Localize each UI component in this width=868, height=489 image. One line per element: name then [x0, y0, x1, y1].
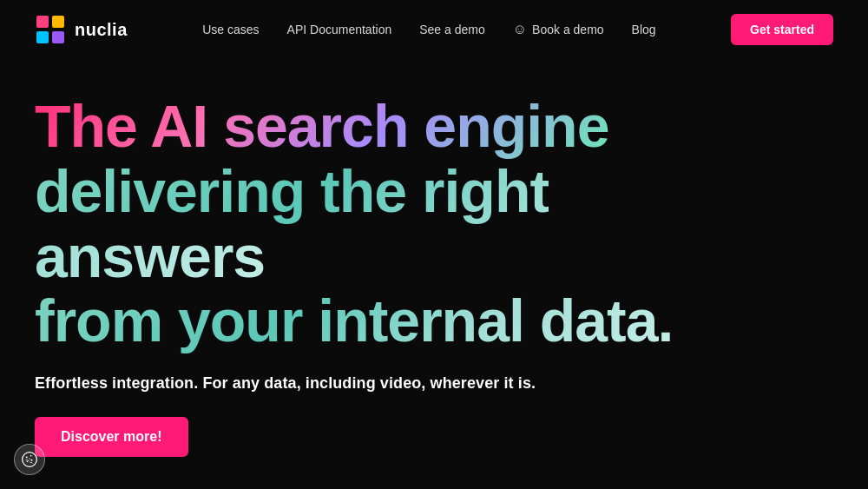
svg-rect-1: [52, 16, 64, 28]
logo-icon: [35, 14, 66, 45]
hero-heading-line1: The AI search engine: [35, 93, 608, 159]
header: nuclia Use cases API Documentation See a…: [0, 0, 868, 59]
smiley-icon: ☺: [513, 22, 527, 37]
logo-text: nuclia: [75, 20, 128, 40]
get-started-button[interactable]: Get started: [731, 14, 833, 45]
svg-point-6: [30, 455, 32, 457]
hero-heading-line3: from your internal data.: [35, 287, 673, 354]
nav-see-demo[interactable]: See a demo: [419, 23, 485, 36]
cookie-icon: [21, 451, 38, 468]
svg-point-5: [26, 457, 28, 459]
svg-rect-3: [52, 31, 64, 43]
hero-heading: The AI search engine delivering the righ…: [35, 94, 746, 354]
logo[interactable]: nuclia: [35, 14, 128, 45]
hero-subtitle: Effortless integration. For any data, in…: [35, 374, 746, 393]
svg-rect-0: [36, 16, 49, 28]
book-demo-label: Book a demo: [532, 23, 604, 36]
discover-more-button[interactable]: Discover more!: [35, 417, 188, 457]
nav-blog[interactable]: Blog: [632, 23, 656, 36]
hero-section: The AI search engine delivering the righ…: [0, 59, 781, 457]
svg-rect-2: [36, 31, 49, 43]
nav-api-docs[interactable]: API Documentation: [287, 23, 392, 36]
svg-point-8: [27, 461, 29, 463]
cookie-settings-button[interactable]: [14, 444, 45, 475]
svg-point-7: [31, 459, 33, 461]
svg-point-4: [23, 453, 37, 467]
nav-use-cases[interactable]: Use cases: [202, 23, 259, 36]
hero-heading-line2: delivering the right answers: [35, 158, 549, 289]
svg-point-9: [29, 459, 30, 459]
nav-book-demo[interactable]: ☺ Book a demo: [513, 22, 604, 37]
main-nav: Use cases API Documentation See a demo ☺…: [202, 22, 655, 37]
